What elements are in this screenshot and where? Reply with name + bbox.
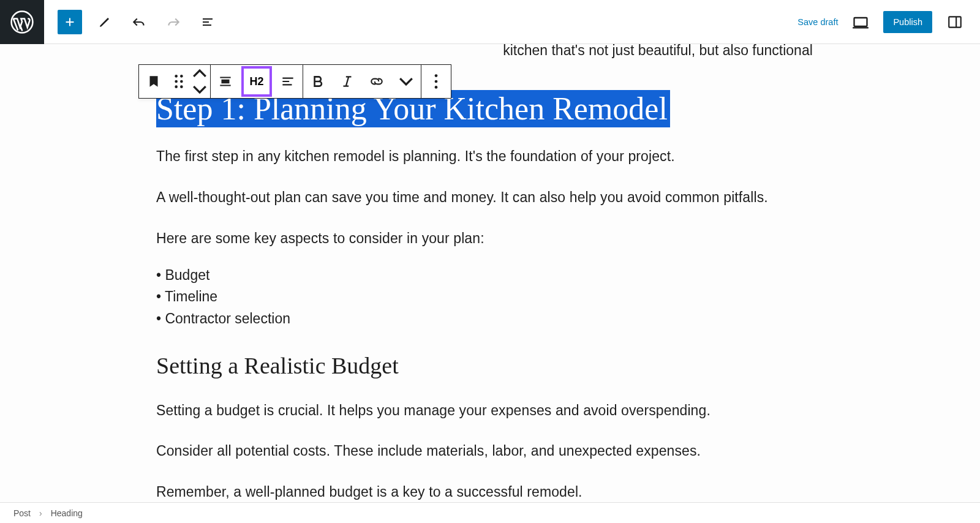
undo-icon [131,14,147,30]
preview-icon [852,13,869,31]
text-align-button[interactable] [273,65,303,98]
publish-button[interactable]: Publish [883,11,932,33]
bold-icon [310,73,326,89]
svg-point-7 [175,85,178,88]
chevron-up-icon [192,66,208,81]
list-item[interactable]: Timeline [156,286,824,308]
list-block[interactable]: Budget Timeline Contractor selection [156,265,824,330]
edit-mode-button[interactable] [93,10,116,34]
text-align-left-icon [280,73,296,89]
list-view-icon [200,15,215,29]
block-options-button[interactable] [421,65,451,98]
move-block-buttons[interactable] [189,65,210,98]
more-vertical-icon [428,73,444,89]
svg-point-12 [435,86,438,89]
preview-button[interactable] [849,10,872,34]
heading-block[interactable]: Setting a Realistic Budget [156,347,824,385]
save-draft-button[interactable]: Save draft [797,17,838,27]
breadcrumb-root[interactable]: Post [13,508,31,518]
block-type-button[interactable] [139,65,168,98]
redo-button[interactable] [162,10,185,34]
link-button[interactable] [362,65,391,98]
paragraph-block[interactable]: A well-thought-out plan can save you tim… [156,186,824,209]
wordpress-logo[interactable] [0,0,44,44]
link-icon [369,73,385,89]
editor-topbar: Save draft Publish [0,0,980,44]
breadcrumb-current[interactable]: Heading [51,508,83,518]
editor-canvas[interactable]: So, let's embark on this journey togethe… [0,44,980,502]
plus-icon [63,15,77,29]
bookmark-icon [146,73,162,89]
paragraph-block[interactable]: Setting a budget is crucial. It helps yo… [156,399,824,422]
svg-rect-2 [949,17,961,27]
svg-point-11 [435,80,438,83]
svg-point-5 [175,80,178,83]
paragraph-block[interactable]: Here are some key aspects to consider in… [156,227,824,250]
sidebar-icon [947,14,963,30]
paragraph-block[interactable]: The first step in any kitchen remodel is… [156,145,824,168]
bold-button[interactable] [303,65,333,98]
paragraph-block[interactable]: Remember, a well-planned budget is a key… [156,481,824,502]
align-icon [217,73,233,89]
svg-point-3 [175,75,178,78]
svg-point-6 [180,80,183,83]
add-block-button[interactable] [58,10,82,34]
paragraph-block[interactable]: Consider all potential costs. These incl… [156,440,824,462]
block-toolbar: H2 [138,64,451,99]
italic-button[interactable] [333,65,362,98]
document-overview-button[interactable] [196,10,219,34]
list-item[interactable]: Budget [156,265,824,287]
chevron-down-icon [398,73,414,89]
redo-icon [165,14,181,30]
chevron-right-icon: › [39,508,42,518]
italic-icon [339,73,355,89]
settings-sidebar-toggle[interactable] [943,10,967,34]
pencil-icon [97,15,112,29]
svg-point-8 [180,85,183,88]
chevron-down-icon [192,81,208,97]
svg-point-4 [180,75,183,78]
svg-point-10 [435,74,438,77]
undo-button[interactable] [127,10,151,34]
drag-handle[interactable] [168,65,189,98]
svg-rect-9 [222,80,230,84]
svg-rect-1 [854,18,867,26]
block-breadcrumb: Post › Heading [0,502,980,523]
drag-icon [171,73,187,89]
align-button[interactable] [211,65,240,98]
more-rich-text-button[interactable] [391,65,421,98]
wordpress-icon [10,10,34,34]
list-item[interactable]: Contractor selection [156,308,824,330]
heading-level-button[interactable]: H2 [241,66,272,97]
